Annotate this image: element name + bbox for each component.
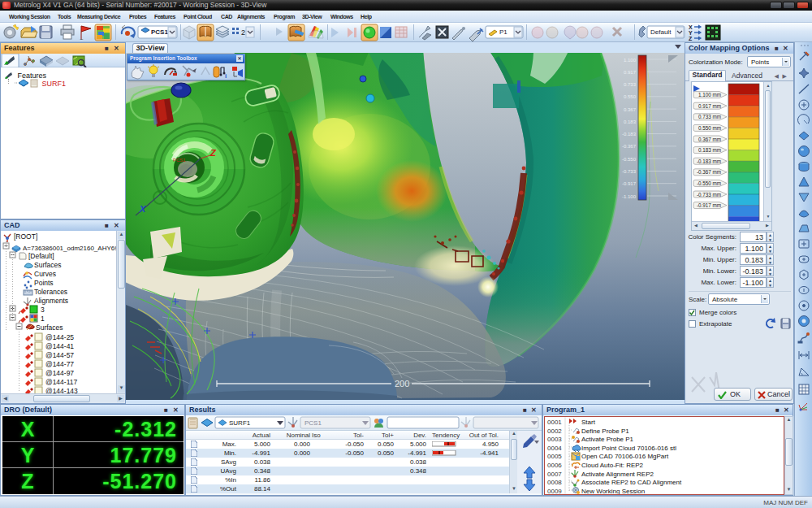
svg-text:0.917 mm: 0.917 mm [698,103,721,109]
svg-text:-0.550: -0.550 [622,157,637,162]
svg-text:Surfaces: Surfaces [34,261,62,269]
svg-text:0.183: 0.183 [624,119,637,124]
svg-text:Alignments: Alignments [34,297,68,305]
svg-text:Z: Z [689,36,693,41]
svg-text:0.917: 0.917 [624,70,637,75]
svg-text:-0.733: -0.733 [622,169,637,174]
svg-text:Open CAD 70106-016 MgPart: Open CAD 70106-016 MgPart [581,453,669,460]
svg-text:0003: 0003 [547,436,562,443]
svg-text:-0.183: -0.183 [622,132,637,137]
svg-text:-1.100: -1.100 [622,194,637,199]
svg-text:PCS1: PCS1 [304,419,322,427]
svg-text:X: X [139,204,146,214]
svg-text:1.100 mm: 1.100 mm [698,92,721,98]
svg-text:Default: Default [650,28,672,36]
svg-text:3: 3 [41,306,45,314]
svg-text:-0.917: -0.917 [622,181,637,186]
svg-text:0005: 0005 [547,453,562,460]
svg-text:200: 200 [395,379,409,389]
svg-text:PCS1: PCS1 [151,28,168,36]
svg-text:Define Probe P1: Define Probe P1 [581,428,629,435]
svg-text:A=736386001_odm2160_AHY69641_0: A=736386001_odm2160_AHY69641_0 [23,245,125,252]
svg-text:@144-41: @144-41 [45,342,74,350]
svg-text:1: 1 [41,315,45,323]
svg-text:0007: 0007 [547,471,562,478]
svg-text:@144-117: @144-117 [45,378,77,386]
svg-text:[ROOT]: [ROOT] [14,232,37,241]
svg-text:SURF1: SURF1 [229,419,251,427]
svg-text:0.733: 0.733 [624,82,637,87]
svg-text:-0.917 mm: -0.917 mm [697,202,721,208]
svg-text:0008: 0008 [547,479,562,486]
svg-text:Cloud Auto-Fit: REP2: Cloud Auto-Fit: REP2 [581,462,644,469]
svg-text:New Working Session: New Working Session [581,488,645,494]
svg-text:0.183 mm: 0.183 mm [698,147,721,153]
svg-text:0001: 0001 [547,419,562,426]
svg-text:-0.550 mm: -0.550 mm [697,180,721,186]
svg-text:Tolerances: Tolerances [34,288,67,296]
svg-text:0.550 mm: 0.550 mm [698,125,721,131]
svg-text:0.550: 0.550 [624,94,637,99]
svg-text:@144-25: @144-25 [45,333,74,341]
svg-text:@144-77: @144-77 [45,360,74,368]
svg-text:Points: Points [34,279,54,287]
svg-text:0002: 0002 [547,428,562,435]
svg-text:Y: Y [689,30,693,36]
svg-text:-0.367: -0.367 [622,144,637,149]
svg-text:0006: 0006 [547,462,562,469]
svg-text:Surfaces: Surfaces [36,323,63,332]
svg-text:Associate REP2 to CAD Alignmen: Associate REP2 to CAD Alignment [581,479,682,486]
svg-text:0.367 mm: 0.367 mm [698,137,721,142]
svg-text:-0.183 mm: -0.183 mm [697,158,721,164]
svg-text:Curves: Curves [34,270,56,278]
svg-text:0009: 0009 [547,488,562,494]
svg-text:0004: 0004 [547,445,562,452]
svg-text:0.733 mm: 0.733 mm [698,114,721,119]
svg-text:PCS1: PCS1 [173,158,186,163]
svg-text:-0.367 mm: -0.367 mm [697,169,721,175]
svg-text:i: i [225,72,227,80]
svg-text:1.100: 1.100 [624,58,637,63]
svg-text:Activate Alignment REP2: Activate Alignment REP2 [581,471,654,478]
svg-text:@144-57: @144-57 [45,351,74,359]
svg-text:-0.733 mm: -0.733 mm [697,192,721,198]
svg-text:Z: Z [209,148,217,158]
svg-text:X: X [689,24,693,30]
svg-text:2: 2 [241,28,245,37]
svg-text:P1: P1 [499,28,508,36]
svg-text:0.367: 0.367 [624,107,637,112]
svg-text:Start: Start [581,419,596,426]
svg-text:Import Point Cloud 70106-016 s: Import Point Cloud 70106-016 stl [581,445,676,452]
svg-text:[Default]: [Default] [28,252,54,260]
svg-text:@144-97: @144-97 [45,369,74,377]
svg-text:Activate Probe P1: Activate Probe P1 [581,436,634,443]
